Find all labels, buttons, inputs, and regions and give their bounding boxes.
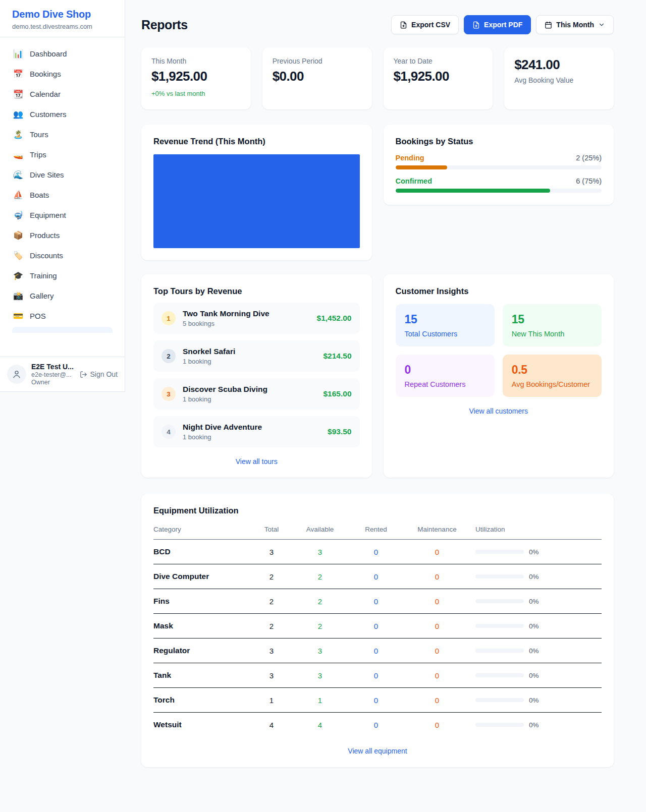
equipment-table-row: Dive Computer 2 2 0 0 0% xyxy=(153,564,602,589)
sidebar-nav-item[interactable]: ⛵ Boats xyxy=(6,185,119,205)
equipment-rented: 0 xyxy=(353,721,399,729)
insight-value: 15 xyxy=(512,313,593,326)
export-pdf-label: Export PDF xyxy=(484,21,522,29)
insight-tile: 15 New This Month xyxy=(503,304,602,346)
equipment-available: 3 xyxy=(295,647,345,655)
equipment-table-row: Torch 1 1 0 0 0% xyxy=(153,688,602,713)
file-download-icon xyxy=(472,21,480,29)
equipment-category: Regulator xyxy=(153,646,248,655)
nav-item-icon: 💳 xyxy=(13,311,23,321)
view-all-customers-link[interactable]: View all customers xyxy=(396,407,602,415)
stat-card: Previous Period $0.00 xyxy=(262,47,372,109)
page-header: Reports Export CSV Export PDF xyxy=(141,15,614,34)
tour-bookings: 5 bookings xyxy=(183,320,310,327)
equipment-maintenance: 0 xyxy=(407,721,467,729)
nav-item-label: Dashboard xyxy=(30,49,67,58)
utilization-bar xyxy=(475,624,524,628)
nav-item-label: Bookings xyxy=(30,70,61,78)
nav-item-icon: 🎓 xyxy=(13,271,23,280)
nav-item-icon: 📆 xyxy=(13,89,23,99)
equipment-maintenance: 0 xyxy=(407,647,467,655)
equipment-maintenance: 0 xyxy=(407,548,467,556)
equipment-rented: 0 xyxy=(353,647,399,655)
user-role: Owner xyxy=(31,379,75,386)
equipment-title: Equipment Utilization xyxy=(153,506,602,515)
nav-item-label: Discounts xyxy=(30,251,63,260)
sidebar-nav-item[interactable]: 👥 Customers xyxy=(6,104,119,124)
sidebar-nav-item[interactable]: 📆 Calendar xyxy=(6,84,119,104)
period-label: This Month xyxy=(556,21,594,29)
export-csv-label: Export CSV xyxy=(411,21,450,29)
equipment-total: 2 xyxy=(256,597,287,606)
equipment-table-row: Regulator 3 3 0 0 0% xyxy=(153,639,602,663)
nav-item-icon: 🚤 xyxy=(13,150,23,159)
export-pdf-button[interactable]: Export PDF xyxy=(464,15,531,34)
stat-subtext: +0% vs last month xyxy=(151,90,241,97)
tour-name: Night Dive Adventure xyxy=(183,423,320,432)
utilization-percent: 0% xyxy=(529,548,539,556)
sidebar-nav-item[interactable]: 🚤 Trips xyxy=(6,144,119,164)
nav-item-label: Boats xyxy=(30,191,49,199)
equipment-category: Dive Computer xyxy=(153,572,248,581)
equipment-available: 4 xyxy=(295,721,345,729)
view-all-equipment-link[interactable]: View all equipment xyxy=(153,747,602,755)
sidebar-nav-item[interactable]: 🎓 Training xyxy=(6,265,119,285)
nav-item-icon: 🤿 xyxy=(13,210,23,220)
sidebar-nav-item[interactable]: 📅 Bookings xyxy=(6,64,119,84)
equipment-available: 2 xyxy=(295,622,345,630)
nav-item-icon: 🏝️ xyxy=(13,130,23,139)
status-row: Pending 2 (25%) xyxy=(396,154,602,169)
sidebar-nav-item[interactable]: 🌊 Dive Sites xyxy=(6,164,119,185)
user-name: E2E Test U... xyxy=(31,363,75,371)
equipment-maintenance: 0 xyxy=(407,671,467,680)
nav-item-label: Products xyxy=(30,231,60,240)
equipment-total: 3 xyxy=(256,548,287,556)
stat-value: $0.00 xyxy=(273,69,362,84)
equipment-rented: 0 xyxy=(353,597,399,606)
sidebar-nav-item[interactable]: 🤿 Equipment xyxy=(6,205,119,225)
sidebar-nav-item[interactable]: 📦 Products xyxy=(6,225,119,245)
sign-out-button[interactable]: Sign Out xyxy=(80,370,118,378)
customer-insights-title: Customer Insights xyxy=(396,286,602,296)
user-meta: E2E Test U... e2e-tester@... Owner xyxy=(31,363,75,386)
equipment-maintenance: 0 xyxy=(407,622,467,630)
tour-bookings: 1 booking xyxy=(183,358,316,365)
stat-label: This Month xyxy=(151,57,241,65)
tour-revenue: $214.50 xyxy=(323,352,351,361)
equipment-utilization-card: Equipment Utilization Category Total Ava… xyxy=(141,494,614,767)
equipment-table: Category Total Available Rented Maintena… xyxy=(153,523,602,737)
export-csv-button[interactable]: Export CSV xyxy=(391,15,459,34)
view-all-tours-link[interactable]: View all tours xyxy=(153,457,360,466)
tour-rank-badge: 1 xyxy=(162,311,176,325)
user-panel: E2E Test U... e2e-tester@... Owner Sign … xyxy=(0,357,125,391)
insight-tile: 0 Repeat Customers xyxy=(396,355,495,397)
sidebar-nav-item[interactable]: 🏝️ Tours xyxy=(6,124,119,144)
equipment-table-header: Category Total Available Rented Maintena… xyxy=(153,523,602,540)
sidebar-nav-item[interactable]: 💳 POS xyxy=(6,306,119,326)
utilization-percent: 0% xyxy=(529,697,539,704)
utilization-percent: 0% xyxy=(529,721,539,729)
brand-header: Demo Dive Shop demo.test.divestreams.com xyxy=(0,0,125,37)
stat-card: This Month $1,925.00 +0% vs last month xyxy=(141,47,251,109)
sidebar-nav-item[interactable]: 🏷️ Discounts xyxy=(6,245,119,265)
tour-row[interactable]: 3 Discover Scuba Diving 1 booking $165.0… xyxy=(153,378,360,410)
sidebar-item-reports-partial[interactable] xyxy=(12,327,113,333)
sidebar-nav-item[interactable]: 📊 Dashboard xyxy=(6,43,119,64)
nav-item-icon: 📦 xyxy=(13,230,23,240)
equipment-category: Mask xyxy=(153,621,248,630)
tour-row[interactable]: 4 Night Dive Adventure 1 booking $93.50 xyxy=(153,416,360,447)
tour-row[interactable]: 1 Two Tank Morning Dive 5 bookings $1,45… xyxy=(153,303,360,334)
period-dropdown[interactable]: This Month xyxy=(536,15,614,34)
column-header-rented: Rented xyxy=(353,526,399,533)
nav-item-label: Customers xyxy=(30,110,67,119)
shop-domain: demo.test.divestreams.com xyxy=(12,23,113,30)
equipment-total: 3 xyxy=(256,647,287,655)
tour-row[interactable]: 2 Snorkel Safari 1 booking $214.50 xyxy=(153,340,360,372)
insight-tile: 0.5 Avg Bookings/Customer xyxy=(503,355,602,397)
column-header-total: Total xyxy=(256,526,287,533)
nav-item-label: Gallery xyxy=(30,292,54,300)
sidebar-nav-item[interactable]: 📸 Gallery xyxy=(6,285,119,306)
column-header-available: Available xyxy=(295,526,345,533)
status-row: Confirmed 6 (75%) xyxy=(396,177,602,193)
insight-value: 0.5 xyxy=(512,363,593,377)
